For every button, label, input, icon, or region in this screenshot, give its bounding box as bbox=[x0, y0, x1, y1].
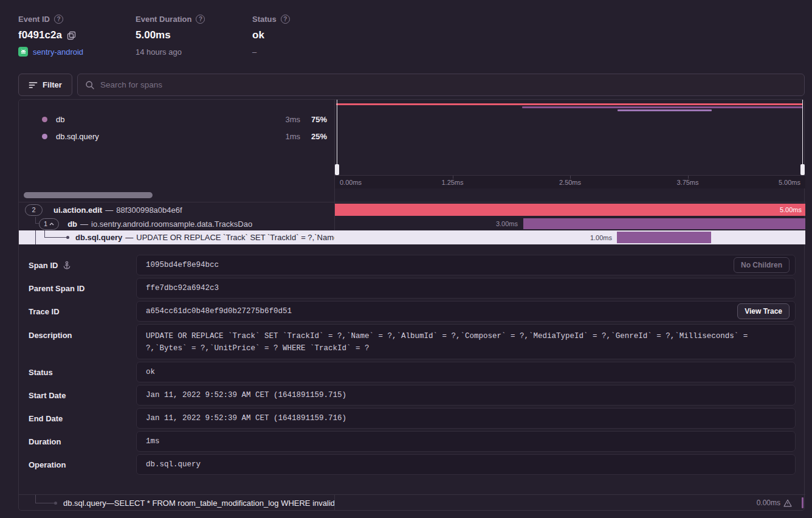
status-sub: – bbox=[252, 47, 290, 57]
axis-label-0: 0.00ms bbox=[340, 179, 362, 186]
op-percentage: 25% bbox=[300, 132, 327, 141]
detail-label: Duration bbox=[29, 437, 61, 446]
detail-label: Status bbox=[29, 368, 53, 377]
parent-span-id-value: ffe7dbc92a6942c3 bbox=[146, 284, 219, 292]
span-op: db bbox=[67, 219, 77, 229]
horizontal-scrollbar[interactable] bbox=[24, 192, 153, 198]
tree-scroll-row bbox=[19, 188, 805, 202]
span-bar: 5.00ms bbox=[335, 204, 805, 216]
separator: — bbox=[105, 205, 113, 215]
filter-button-label: Filter bbox=[43, 80, 62, 89]
duration-value: 1ms bbox=[146, 437, 160, 446]
span-duration: 1.00ms bbox=[590, 234, 612, 241]
collapse-badge[interactable]: 1 bbox=[39, 218, 59, 230]
badge-count: 1 bbox=[44, 220, 47, 227]
project-link[interactable]: sentry-android bbox=[33, 47, 83, 57]
op-color-dot bbox=[42, 134, 47, 139]
time-axis: 0.00ms 1.25ms 2.50ms 3.75ms 5.00ms bbox=[334, 175, 805, 188]
span-bar bbox=[523, 218, 805, 229]
end-date-value: Jan 11, 2022 9:52:39 AM CET (1641891159.… bbox=[146, 414, 346, 423]
android-project-icon bbox=[18, 47, 28, 57]
search-input[interactable] bbox=[100, 80, 797, 89]
status-value: ok bbox=[252, 29, 264, 41]
chevron-up-icon bbox=[49, 223, 54, 226]
children-count-badge[interactable]: 2 bbox=[25, 204, 43, 216]
separator: — bbox=[125, 233, 133, 242]
op-name: db.sql.query bbox=[56, 132, 272, 141]
span-description: SELECT * FROM room_table_modification_lo… bbox=[114, 499, 334, 508]
detail-label: Operation bbox=[29, 460, 66, 469]
trace-id-value: a654cc61dc0b48ef9d0b27275b6f0d51 bbox=[146, 307, 292, 316]
filter-button[interactable]: Filter bbox=[18, 74, 72, 96]
detail-row-parent-span-id: Parent Span ID ffe7dbc92a6942c3 bbox=[19, 278, 805, 299]
start-date-value: Jan 11, 2022 9:52:39 AM CET (1641891159.… bbox=[146, 391, 346, 399]
minimap-span-db bbox=[522, 106, 803, 108]
anchor-icon[interactable] bbox=[63, 261, 71, 269]
detail-row-description: Description UPDATE OR REPLACE `Track` SE… bbox=[19, 324, 805, 359]
span-row-db[interactable]: 1 db — io.sentry.android.roomsample.data… bbox=[19, 217, 805, 230]
copy-icon[interactable] bbox=[67, 31, 76, 40]
axis-label-4: 5.00ms bbox=[779, 179, 800, 186]
minimap-right-handle[interactable] bbox=[800, 100, 805, 175]
detail-label: End Date bbox=[29, 414, 63, 423]
warning-icon bbox=[783, 499, 792, 507]
search-icon bbox=[85, 80, 95, 90]
detail-value-operation: db.sql.query bbox=[136, 454, 796, 475]
span-description: 88f300998a0b4e6f bbox=[116, 205, 182, 215]
view-trace-button[interactable]: View Trace bbox=[737, 303, 790, 319]
tree-connector bbox=[35, 495, 36, 503]
span-id-value: 1095bd4ef8e94bcc bbox=[146, 261, 219, 269]
span-bar bbox=[617, 232, 711, 243]
span-duration: 5.00ms bbox=[780, 206, 802, 213]
detail-label: Description bbox=[29, 331, 72, 340]
event-duration-label-text: Event Duration bbox=[136, 15, 191, 24]
span-search bbox=[77, 74, 805, 96]
axis-label-2: 2.50ms bbox=[559, 179, 581, 186]
help-icon[interactable] bbox=[196, 15, 205, 24]
detail-row-operation: Operation db.sql.query bbox=[19, 454, 805, 475]
span-row-ui-action-edit[interactable]: 2 ui.action.edit — 88f300998a0b4e6f 5.00… bbox=[19, 202, 805, 217]
minimap-left-handle[interactable] bbox=[335, 100, 339, 175]
separator: — bbox=[80, 219, 88, 229]
detail-label: Span ID bbox=[29, 261, 58, 270]
event-id-block: Event ID f0491c2a sentry-android bbox=[18, 15, 83, 57]
tree-connector bbox=[35, 230, 36, 244]
event-id-value: f0491c2a bbox=[18, 29, 62, 41]
span-duration: 0.00ms bbox=[757, 499, 780, 507]
ops-breakdown-item-db-sql-query[interactable]: db.sql.query 1ms 25% bbox=[19, 129, 334, 143]
detail-label: Parent Span ID bbox=[29, 284, 84, 293]
axis-label-1: 1.25ms bbox=[441, 179, 463, 186]
description-value: UPDATE OR REPLACE `Track` SET `TrackId` … bbox=[146, 330, 786, 354]
span-row-db-sql-query-select[interactable]: db.sql.query — SELECT * FROM room_table_… bbox=[19, 494, 805, 511]
detail-value-parent-span-id: ffe7dbc92a6942c3 bbox=[136, 278, 796, 299]
detail-value-span-id: 1095bd4ef8e94bcc No Children bbox=[136, 255, 796, 275]
trace-minimap[interactable] bbox=[334, 100, 805, 175]
op-duration: 1ms bbox=[272, 132, 300, 141]
ops-breakdown-item-db[interactable]: db 3ms 75% bbox=[19, 112, 334, 126]
event-time-ago: 14 hours ago bbox=[136, 47, 205, 57]
tree-connector-dot bbox=[54, 502, 57, 505]
op-name: db bbox=[56, 115, 272, 124]
event-id-label: Event ID bbox=[18, 15, 83, 24]
detail-row-span-id: Span ID 1095bd4ef8e94bcc No Children bbox=[19, 255, 805, 275]
detail-value-duration: 1ms bbox=[136, 431, 796, 452]
span-row-db-sql-query-selected[interactable]: db.sql.query — UPDATE OR REPLACE `Track`… bbox=[19, 230, 805, 244]
detail-row-status: Status ok bbox=[19, 362, 805, 382]
tree-connector bbox=[35, 503, 55, 503]
detail-row-end-date: End Date Jan 11, 2022 9:52:39 AM CET (16… bbox=[19, 408, 805, 429]
help-icon[interactable] bbox=[54, 15, 63, 24]
ops-breakdown: db 3ms 75% db.sql.query 1ms 25% bbox=[19, 100, 334, 175]
span-op: db.sql.query bbox=[75, 233, 122, 242]
help-icon[interactable] bbox=[281, 15, 290, 24]
tree-connector-dot bbox=[66, 236, 69, 239]
no-children-button[interactable]: No Children bbox=[734, 257, 790, 273]
filter-icon bbox=[29, 81, 38, 89]
zero-duration-span-marker bbox=[802, 497, 803, 508]
detail-label: Start Date bbox=[29, 391, 66, 400]
status-detail-value: ok bbox=[146, 368, 155, 376]
event-duration-block: Event Duration 5.00ms 14 hours ago bbox=[136, 15, 205, 57]
op-percentage: 75% bbox=[300, 115, 327, 124]
detail-value-end-date: Jan 11, 2022 9:52:39 AM CET (1641891159.… bbox=[136, 408, 796, 429]
detail-row-start-date: Start Date Jan 11, 2022 9:52:39 AM CET (… bbox=[19, 385, 805, 406]
status-block: Status ok – bbox=[252, 15, 290, 57]
